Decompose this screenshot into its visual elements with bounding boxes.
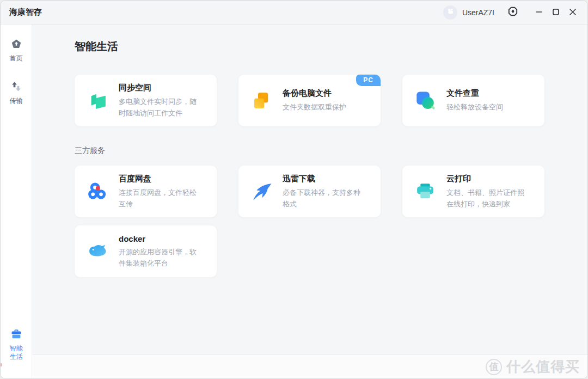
card-desc: 文件夹数据双重保护 — [283, 101, 365, 113]
file-dedup-icon — [413, 89, 437, 113]
settings-button[interactable] — [507, 6, 518, 19]
card-desc: 连接百度网盘，文件轻松互传 — [119, 187, 201, 210]
card-backup-pc[interactable]: PC 备份电脑文件 文件夹数据双重保护 — [238, 75, 381, 126]
card-title: 百度网盘 — [119, 174, 201, 184]
page-title: 智能生活 — [75, 39, 118, 54]
card-text: 同步空间 多电脑文件实时同步，随时随地访问工作文件 — [119, 83, 201, 119]
app-window: 海康智存 UserAZ7I — [0, 0, 588, 379]
services-cards-row: 百度网盘 连接百度网盘，文件轻松互传 迅雷下载 必备下载神器，支持多种格式 — [75, 166, 544, 217]
card-title: 备份电脑文件 — [283, 88, 365, 99]
card-title: docker — [119, 234, 201, 243]
card-title: 迅雷下载 — [283, 174, 365, 184]
card-text: 文件查重 轻松释放设备空间 — [446, 88, 529, 113]
card-desc: 必备下载神器，支持多种格式 — [283, 187, 365, 210]
card-text: 百度网盘 连接百度网盘，文件轻松互传 — [119, 174, 201, 210]
sidebar: 首页 传输 智能生活 — [1, 25, 32, 378]
maximize-button[interactable] — [547, 4, 564, 21]
baidu-netdisk-icon — [85, 180, 109, 204]
watermark-logo: 值 — [486, 359, 502, 375]
sidebar-item-label: 首页 — [10, 54, 23, 63]
titlebar-right: UserAZ7I — [443, 4, 581, 21]
transfer-icon — [10, 81, 22, 94]
card-baidu-netdisk[interactable]: 百度网盘 连接百度网盘，文件轻松互传 — [75, 166, 217, 217]
card-thunder-download[interactable]: 迅雷下载 必备下载神器，支持多种格式 — [238, 166, 381, 217]
smart-life-icon — [10, 327, 23, 342]
card-desc: 开源的应用容器引擎，软件集装箱化平台 — [119, 246, 201, 269]
backup-pc-icon — [249, 89, 273, 113]
card-text: docker 开源的应用容器引擎，软件集装箱化平台 — [119, 234, 201, 269]
minimize-button[interactable] — [530, 4, 547, 21]
card-text: 迅雷下载 必备下载神器，支持多种格式 — [283, 174, 365, 210]
sidebar-item-home[interactable]: 首页 — [10, 38, 23, 63]
close-button[interactable] — [564, 4, 581, 21]
card-title: 云打印 — [446, 174, 529, 184]
card-text: 云打印 文档、书籍、照片证件照在线打印，快递到家 — [446, 174, 529, 210]
card-sync-space[interactable]: 同步空间 多电脑文件实时同步，随时随地访问工作文件 — [75, 75, 217, 126]
card-cloud-print[interactable]: 云打印 文档、书籍、照片证件照在线打印，快递到家 — [402, 166, 544, 217]
home-icon — [10, 38, 22, 52]
sidebar-item-transfer[interactable]: 传输 — [10, 81, 23, 105]
sidebar-item-smart-life[interactable]: 智能生活 — [1, 327, 32, 361]
gear-icon — [507, 6, 518, 19]
card-desc: 多电脑文件实时同步，随时随地访问工作文件 — [119, 96, 201, 119]
watermark: 值 什么值得买 — [486, 357, 580, 376]
card-title: 文件查重 — [446, 88, 529, 99]
bottom-strip: 值 什么值得买 — [32, 354, 587, 378]
close-icon — [569, 8, 576, 17]
watermark-text: 什么值得买 — [506, 357, 580, 376]
edge-artifact — [1, 363, 2, 366]
card-desc: 轻松释放设备空间 — [446, 101, 529, 113]
maximize-icon — [553, 8, 559, 17]
sidebar-item-label: 传输 — [10, 97, 23, 105]
sync-space-icon — [85, 89, 109, 113]
card-desc: 文档、书籍、照片证件照在线打印，快递到家 — [446, 187, 529, 210]
user-avatar[interactable] — [443, 5, 457, 20]
avatar-logo-icon — [445, 7, 455, 19]
main-content: 智能生活 同步空间 多电脑文件实时同步，随时随地访问工作文件 PC — [32, 25, 587, 378]
card-title: 同步空间 — [119, 83, 201, 93]
user-name[interactable]: UserAZ7I — [462, 8, 494, 17]
minimize-icon — [536, 8, 542, 17]
app-title: 海康智存 — [9, 7, 42, 17]
sidebar-item-label: 智能生活 — [9, 345, 24, 361]
cloud-print-icon — [413, 180, 437, 204]
card-docker[interactable]: docker 开源的应用容器引擎，软件集装箱化平台 — [75, 225, 217, 277]
pc-badge: PC — [356, 75, 381, 86]
docker-card-row: docker 开源的应用容器引擎，软件集装箱化平台 — [75, 225, 217, 277]
featured-cards-row: 同步空间 多电脑文件实时同步，随时随地访问工作文件 PC — [75, 75, 544, 126]
thunder-icon — [249, 180, 273, 204]
card-file-dedup[interactable]: 文件查重 轻松释放设备空间 — [402, 75, 544, 126]
section-title: 三方服务 — [75, 146, 105, 156]
titlebar: 海康智存 UserAZ7I — [1, 1, 587, 25]
docker-icon — [85, 240, 109, 264]
card-text: 备份电脑文件 文件夹数据双重保护 — [283, 88, 365, 113]
window-controls — [530, 4, 581, 21]
